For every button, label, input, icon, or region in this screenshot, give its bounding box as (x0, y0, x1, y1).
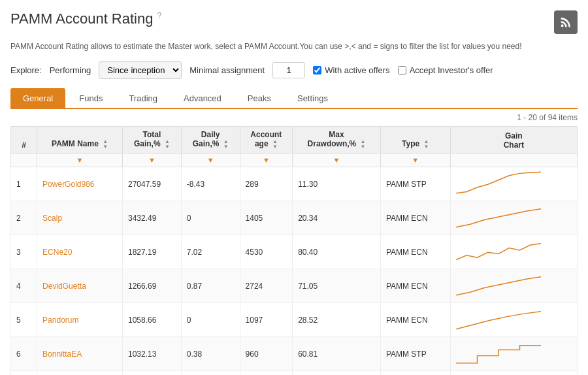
col-account-age[interactable]: Accountage ▲▼ (240, 127, 293, 154)
filter-type[interactable]: ▼ (380, 154, 450, 167)
cell-num: 3 (11, 235, 37, 269)
filter-max-drawdown[interactable]: ▼ (293, 154, 381, 167)
cell-name[interactable]: Scalp (37, 201, 123, 235)
tab-bar: General Funds Trading Advanced Peaks Set… (10, 88, 578, 109)
pamm-link[interactable]: Scalp (42, 214, 62, 223)
performing-select[interactable]: Since inception (99, 61, 182, 79)
cell-daily-gain: -0.49 (181, 371, 240, 376)
filter-num (11, 154, 37, 167)
gain-chart-svg (456, 273, 541, 297)
cell-gain-chart (450, 269, 577, 303)
cell-num: 7 (11, 371, 37, 376)
cell-total-gain: 1266.69 (123, 269, 182, 303)
with-active-offers-checkbox[interactable] (313, 66, 321, 74)
cell-account-age: 1097 (240, 303, 293, 337)
cell-account-age: 960 (240, 337, 293, 371)
sort-type[interactable]: ▲▼ (424, 139, 429, 150)
cell-name[interactable]: ECNe20 (37, 235, 123, 269)
tab-advanced[interactable]: Advanced (171, 88, 234, 108)
cell-total-gain: 1827.19 (123, 235, 182, 269)
gain-chart-svg (456, 205, 541, 229)
cell-name[interactable]: PowerGold986 (37, 167, 123, 201)
title-help-icon[interactable]: ? (157, 11, 162, 20)
pamm-link[interactable]: PowerGold986 (42, 180, 94, 189)
page-title: PAMM Account Rating ? (10, 10, 161, 27)
cell-name[interactable]: Pandorum (37, 303, 123, 337)
cell-max-drawdown: 20.34 (293, 201, 381, 235)
col-num: # (11, 127, 37, 154)
cell-name[interactable]: BonnittaEA (37, 337, 123, 371)
minimal-assignment-label: Minimal assignment (189, 65, 265, 75)
filter-daily-gain[interactable]: ▼ (181, 154, 240, 167)
filter-total-gain[interactable]: ▼ (123, 154, 182, 167)
rss-icon[interactable] (554, 10, 578, 34)
tab-general[interactable]: General (10, 88, 65, 108)
cell-daily-gain: 0 (181, 201, 240, 235)
cell-name[interactable]: FXLionCross (37, 371, 123, 376)
sort-account-age[interactable]: ▲▼ (272, 139, 278, 150)
explore-label: Explore: (10, 65, 42, 75)
sort-daily-gain[interactable]: ▲▼ (223, 139, 229, 150)
table-row: 7 FXLionCross 880.13 -0.49 3374 47.73 PA… (11, 371, 578, 376)
tab-trading[interactable]: Trading (116, 88, 170, 108)
accept-investor-checkbox[interactable] (398, 66, 406, 74)
cell-type: PAMM ECN (380, 269, 450, 303)
cell-daily-gain: 0.87 (181, 269, 240, 303)
cell-account-age: 1405 (240, 201, 293, 235)
gain-chart-svg (456, 239, 541, 263)
cell-account-age: 2724 (240, 269, 293, 303)
filter-name[interactable]: ▼ (37, 154, 123, 167)
col-daily-gain[interactable]: DailyGain,% ▲▼ (181, 127, 240, 154)
col-name[interactable]: PAMM Name ▲▼ (37, 127, 123, 154)
cell-type: PAMM STP (380, 337, 450, 371)
cell-account-age: 3374 (240, 371, 293, 376)
pamm-link[interactable]: Pandorum (42, 316, 78, 325)
cell-max-drawdown: 47.73 (293, 371, 381, 376)
cell-num: 4 (11, 269, 37, 303)
table-row: 3 ECNe20 1827.19 7.02 4530 80.40 PAMM EC… (11, 235, 578, 269)
cell-num: 1 (11, 167, 37, 201)
cell-max-drawdown: 80.40 (293, 235, 381, 269)
gain-chart-svg (456, 307, 541, 331)
cell-total-gain: 880.13 (123, 371, 182, 376)
sort-max-drawdown[interactable]: ▲▼ (361, 139, 366, 150)
cell-type: PAMM STP (380, 167, 450, 201)
col-total-gain[interactable]: TotalGain,% ▲▼ (123, 127, 182, 154)
col-max-drawdown[interactable]: MaxDrawdown,% ▲▼ (293, 127, 381, 154)
pamm-link[interactable]: BonnittaEA (42, 350, 82, 359)
filter-account-age[interactable]: ▼ (240, 154, 293, 167)
accept-investor-label[interactable]: Accept Investor's offer (398, 65, 493, 75)
cell-daily-gain: 7.02 (181, 235, 240, 269)
tab-peaks[interactable]: Peaks (235, 88, 284, 108)
tab-settings[interactable]: Settings (285, 88, 340, 108)
cell-type: PAMM STP (380, 371, 450, 376)
sort-total-gain[interactable]: ▲▼ (165, 139, 170, 150)
cell-max-drawdown: 60.81 (293, 337, 381, 371)
cell-type: PAMM ECN (380, 303, 450, 337)
col-gain-chart: GainChart (450, 127, 577, 154)
cell-max-drawdown: 28.52 (293, 303, 381, 337)
sort-name[interactable]: ▲▼ (103, 139, 108, 150)
gain-chart-svg (456, 341, 541, 365)
cell-num: 2 (11, 201, 37, 235)
cell-gain-chart (450, 337, 577, 371)
table-row: 2 Scalp 3432.49 0 1405 20.34 PAMM ECN (11, 201, 578, 235)
with-active-offers-label[interactable]: With active offers (313, 65, 389, 75)
cell-gain-chart (450, 201, 577, 235)
pamm-link[interactable]: ECNe20 (42, 248, 72, 257)
minimal-assignment-input[interactable] (272, 62, 305, 78)
pamm-table: # PAMM Name ▲▼ TotalGain,% ▲▼ DailyGain,… (10, 126, 578, 375)
cell-gain-chart (450, 371, 577, 376)
cell-gain-chart (450, 235, 577, 269)
table-row: 6 BonnittaEA 1032.13 0.38 960 60.81 PAMM… (11, 337, 578, 371)
col-type[interactable]: Type ▲▼ (380, 127, 450, 154)
filter-gain-chart (450, 154, 577, 167)
filters-bar: Explore: Performing Since inception Mini… (10, 61, 578, 79)
table-info: 1 - 20 of 94 items (10, 109, 578, 126)
cell-name[interactable]: DevidGuetta (37, 269, 123, 303)
cell-type: PAMM ECN (380, 201, 450, 235)
cell-max-drawdown: 11.30 (293, 167, 381, 201)
cell-total-gain: 1058.66 (123, 303, 182, 337)
tab-funds[interactable]: Funds (67, 88, 115, 108)
pamm-link[interactable]: DevidGuetta (42, 282, 86, 291)
